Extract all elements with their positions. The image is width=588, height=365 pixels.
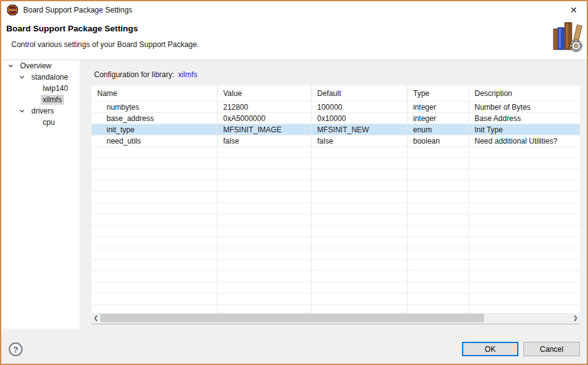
column-header-type[interactable]: Type <box>407 85 469 101</box>
cancel-button[interactable]: Cancel <box>523 342 580 356</box>
dialog-header: Board Support Package Settings Control v… <box>1 19 587 60</box>
window-title: Board Support Package Settings <box>23 6 132 14</box>
scrollbar-thumb[interactable] <box>100 314 484 322</box>
library-name: xilmfs <box>178 70 197 79</box>
table-row-empty <box>92 259 580 270</box>
tree-item-lwip140[interactable]: lwip140 <box>1 83 80 94</box>
table-row-selected[interactable]: init_type MFSINIT_IMAGE MFSINIT_NEW enum… <box>92 124 580 135</box>
table-row-empty <box>92 191 580 203</box>
chevron-down-icon[interactable] <box>8 63 14 69</box>
horizontal-scrollbar[interactable]: ❮ ❯ <box>92 313 580 323</box>
column-header-value[interactable]: Value <box>218 85 312 101</box>
table-row-empty <box>92 180 580 191</box>
parameters-table: Name Value Default Type Description numb… <box>92 85 580 324</box>
table-header-row: Name Value Default Type Description <box>92 85 580 101</box>
sdk-icon: SDK <box>7 4 18 16</box>
bsp-tree: Overview standalone lwip140 xilmfs drive… <box>1 60 80 329</box>
help-icon[interactable]: ? <box>9 342 23 356</box>
table-row-empty <box>92 282 580 293</box>
chevron-down-icon[interactable] <box>19 74 25 80</box>
titlebar: SDK Board Support Package Settings ✕ <box>1 1 587 19</box>
scrollbar-left-arrow-icon[interactable]: ❮ <box>92 313 100 323</box>
table-row-empty <box>92 214 580 225</box>
scrollbar-right-arrow-icon[interactable]: ❯ <box>571 313 580 323</box>
page-title: Board Support Package Settings <box>6 24 138 33</box>
table-row[interactable]: need_utils false false boolean Need addi… <box>92 135 580 146</box>
table-row-empty <box>92 293 580 304</box>
tree-item-overview[interactable]: Overview <box>1 60 80 71</box>
tree-item-standalone[interactable]: standalone <box>1 71 80 83</box>
tree-item-xilmfs[interactable]: xilmfs <box>1 94 80 105</box>
tree-item-cpu[interactable]: cpu <box>1 117 80 128</box>
ok-button[interactable]: OK <box>462 342 518 356</box>
column-header-description[interactable]: Description <box>469 85 580 101</box>
table-row-empty <box>92 169 580 180</box>
table-row-empty <box>92 270 580 282</box>
table-row-empty <box>92 236 580 248</box>
close-icon[interactable]: ✕ <box>563 1 584 19</box>
page-subtitle: Control various settings of your Board S… <box>11 40 199 49</box>
library-books-icon <box>552 20 583 56</box>
table-row[interactable]: numbytes 212800 100000 integer Number of… <box>92 101 580 112</box>
table-row-empty <box>92 225 580 236</box>
table-row-empty <box>92 203 580 214</box>
table-row-empty <box>92 157 580 169</box>
svg-text:SDK: SDK <box>9 8 16 12</box>
gear-icon <box>570 40 582 52</box>
chevron-down-icon[interactable] <box>19 108 25 114</box>
config-line: Configuration for library:xilmfs <box>94 70 197 79</box>
column-header-default[interactable]: Default <box>312 85 407 101</box>
bsp-settings-dialog: SDK Board Support Package Settings ✕ Boa… <box>0 0 588 365</box>
config-label: Configuration for library: <box>94 70 174 79</box>
table-row-empty <box>92 248 580 259</box>
tree-item-drivers[interactable]: drivers <box>1 105 80 117</box>
table-row-empty <box>92 146 580 157</box>
column-header-name[interactable]: Name <box>92 85 218 101</box>
table-row[interactable]: base_address 0xA5000000 0x10000 integer … <box>92 112 580 124</box>
